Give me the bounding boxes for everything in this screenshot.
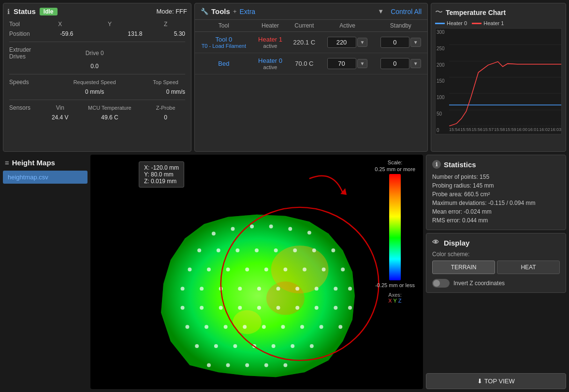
statistics-panel: ℹ Statistics Number of points: 155 Probi… xyxy=(426,155,566,230)
heater0-active-down[interactable]: ▼ xyxy=(357,59,368,68)
top-view-button[interactable]: ⬇ TOP VIEW xyxy=(426,373,566,389)
scale-max: 0.25 mm or more xyxy=(375,166,415,172)
vin-label: Vin xyxy=(45,103,75,113)
dropdown-arrow-icon[interactable]: ▼ xyxy=(378,8,384,15)
tooltip-z: Z: 0.019 mm xyxy=(144,178,179,185)
heater0-current: 70.0 C xyxy=(288,53,321,74)
status-title: Status xyxy=(14,7,36,15)
svg-point-70 xyxy=(212,232,216,235)
status-panel: ℹ Status Idle Mode: FFF Tool X Y Z Posit… xyxy=(3,3,191,152)
svg-point-75 xyxy=(307,231,311,234)
heater0-name: Heater 0 xyxy=(257,57,284,64)
status-icon: ℹ xyxy=(7,8,10,15)
drive0-label: Drive 0 xyxy=(45,45,144,61)
heightmap-svg xyxy=(90,155,423,389)
y-value: 131.8 xyxy=(75,29,144,39)
terrain-button[interactable]: TERRAIN xyxy=(432,261,495,274)
legend-heater1: Heater 1 xyxy=(472,20,504,26)
svg-point-42 xyxy=(238,306,242,310)
status-table: Tool X Y Z Position -59.6 131.8 5.30 Ext… xyxy=(7,19,187,122)
heater0-active-input[interactable] xyxy=(327,58,356,69)
svg-point-53 xyxy=(262,325,266,329)
svg-point-52 xyxy=(243,325,247,329)
heater0-standby-input[interactable] xyxy=(380,58,409,69)
heater1-active-down[interactable]: ▼ xyxy=(357,38,368,47)
svg-point-38 xyxy=(348,287,352,290)
svg-point-40 xyxy=(200,306,204,310)
heater1-legend-label: Heater 1 xyxy=(483,20,504,26)
svg-point-66 xyxy=(226,363,230,367)
svg-point-71 xyxy=(231,227,235,231)
svg-point-65 xyxy=(207,363,211,367)
svg-point-47 xyxy=(334,306,337,310)
svg-point-18 xyxy=(312,248,316,252)
svg-point-43 xyxy=(257,306,261,310)
stat-deviations: Maximum deviations: -0.115 / 0.094 mm xyxy=(432,199,560,207)
axis-x-label: X xyxy=(388,298,392,304)
svg-point-67 xyxy=(245,363,249,367)
extra-link[interactable]: Extra xyxy=(239,8,255,15)
heater0-legend-color xyxy=(435,23,445,24)
col-heater: Heater xyxy=(253,20,288,32)
requested-speed-value: 0 mm/s xyxy=(45,87,144,97)
axes-label: Axes: X Y Z xyxy=(388,292,402,304)
chart-y-labels: 300 250 200 150 100 50 0 xyxy=(436,29,449,134)
heat-button[interactable]: HEAT xyxy=(497,261,560,274)
heater0-standby-down[interactable]: ▼ xyxy=(410,59,421,68)
svg-point-51 xyxy=(224,325,228,329)
tool0-sub[interactable]: T0 - Load Filament xyxy=(199,43,249,49)
x-value: -59.6 xyxy=(45,29,75,39)
heightmap-file-item[interactable]: heightmap.csv xyxy=(3,171,88,184)
table-row: Tool 0 T0 - Load Filament Heater 1 activ… xyxy=(195,32,427,53)
legend-heater0: Heater 0 xyxy=(435,20,467,26)
heater1-standby-input[interactable] xyxy=(380,37,409,48)
heightmap-tooltip: X: -120.0 mm Y: 80.0 mm Z: 0.019 mm xyxy=(139,161,184,188)
svg-point-29 xyxy=(181,287,185,290)
info-icon: ℹ xyxy=(432,160,441,169)
svg-point-72 xyxy=(250,225,254,229)
control-all-button[interactable]: Control All xyxy=(391,8,422,15)
chart-legend: Heater 0 Heater 1 xyxy=(435,20,562,26)
svg-point-62 xyxy=(272,344,276,348)
heightmap-title-bar: ≡ Height Maps xyxy=(3,155,88,171)
svg-point-69 xyxy=(283,363,287,367)
svg-point-54 xyxy=(281,325,285,329)
z-header: Z xyxy=(144,19,187,29)
statistics-title: ℹ Statistics xyxy=(432,160,560,169)
stat-rms: RMS error: 0.044 mm xyxy=(432,216,560,225)
chart-x-labels: 15:54 15:55 15:56 15:57 15:58 15:59 16:0… xyxy=(449,125,561,134)
tools-table: Tool Heater Current Active Standby Tool … xyxy=(195,20,427,74)
svg-point-74 xyxy=(288,227,292,231)
svg-point-33 xyxy=(257,287,261,290)
invert-z-row: Invert Z coordinates xyxy=(432,279,560,288)
vin-value: 24.4 V xyxy=(45,113,75,122)
mcu-label: MCU Temperature xyxy=(75,103,144,113)
stat-points: Number of points: 155 xyxy=(432,173,560,181)
heater1-standby-down[interactable]: ▼ xyxy=(410,38,421,47)
requested-speed-label: Requested Speed xyxy=(45,77,144,87)
extruder-drives-label: ExtruderDrives xyxy=(7,45,45,61)
svg-point-13 xyxy=(217,248,220,252)
svg-point-36 xyxy=(315,287,319,290)
zprobe-label: Z-Probe xyxy=(144,103,187,113)
svg-point-16 xyxy=(274,248,278,252)
bed-link[interactable]: Bed xyxy=(199,60,249,67)
zprobe-value: 0 xyxy=(144,113,187,122)
heater1-active-input[interactable] xyxy=(327,37,356,48)
x-header: X xyxy=(45,19,75,29)
invert-z-label: Invert Z coordinates xyxy=(453,280,505,287)
svg-point-10 xyxy=(266,281,305,315)
col-standby: Standby xyxy=(374,20,427,32)
wrench-icon: 🔧 xyxy=(201,8,208,15)
svg-point-17 xyxy=(293,248,297,252)
stat-radius: Probing radius: 145 mm xyxy=(432,181,560,190)
temperature-chart-area: 300 250 200 150 100 50 0 xyxy=(435,28,562,134)
tool0-link[interactable]: Tool 0 xyxy=(199,36,249,43)
invert-z-toggle[interactable] xyxy=(432,279,450,288)
svg-point-60 xyxy=(233,344,237,348)
svg-point-28 xyxy=(341,268,345,272)
display-panel: 👁 Display Color scheme: TERRAIN HEAT Inv… xyxy=(426,233,566,293)
svg-point-50 xyxy=(204,325,208,329)
svg-point-56 xyxy=(320,325,323,329)
eye-icon: 👁 xyxy=(432,238,441,247)
